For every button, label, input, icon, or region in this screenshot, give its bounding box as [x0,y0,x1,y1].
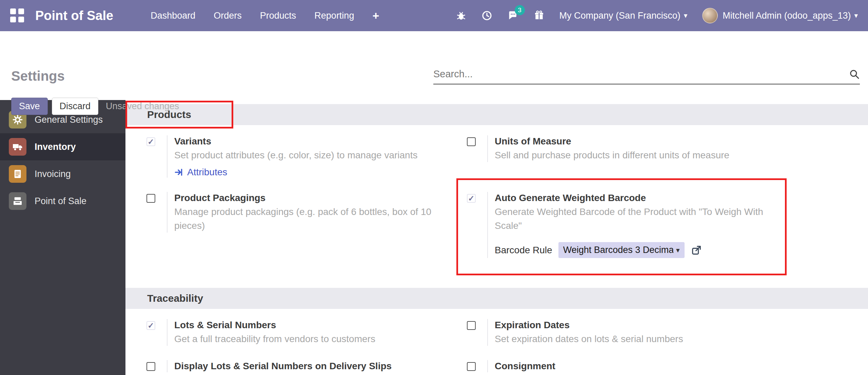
setting-desc: Get a full traceability from vendors to … [174,332,375,346]
setting-body: Product Packagings Manage product packag… [167,192,446,233]
pos-register-icon [9,192,26,210]
setting-label: Auto Generate Weighted Barcode [495,192,766,204]
check-icon: ✓ [468,194,474,203]
discard-button[interactable]: Discard [52,98,99,115]
search-input[interactable] [433,68,849,80]
bug-icon[interactable] [456,10,467,21]
checkbox-lots-serial-numbers[interactable]: ✓ [146,321,155,330]
setting-body: Lots & Serial Numbers Get a full traceab… [167,319,375,346]
sidebar-item-invoicing[interactable]: Invoicing [0,160,125,188]
apps-grid-icon[interactable] [10,8,24,23]
setting-expiration-dates: Expiration Dates Set expiration dates on… [467,319,787,346]
user-menu[interactable]: Mitchell Admin (odoo_apps_13) ▾ [702,8,858,23]
setting-body: Variants Set product attributes (e.g. co… [167,135,417,178]
setting-body: Expiration Dates Set expiration dates on… [487,319,683,346]
check-icon: ✓ [147,321,154,330]
checkbox-units-of-measure[interactable] [467,137,476,146]
setting-display-lots-on-delivery-slips: Display Lots & Serial Numbers on Deliver… [146,360,467,372]
traceability-settings-grid: ✓ Lots & Serial Numbers Get a full trace… [125,309,868,372]
products-settings-grid: ✓ Variants Set product attributes (e.g. … [125,125,868,258]
nav-right: 3 My Company (San Francisco) ▾ Mitchell … [456,8,858,23]
user-name: Mitchell Admin (odoo_apps_13) [723,11,851,21]
nav-item-products[interactable]: Products [260,11,296,21]
setting-label: Variants [174,135,417,147]
setting-desc: Set product attributes (e.g. color, size… [174,148,417,162]
check-icon: ✓ [147,137,154,146]
plus-icon[interactable]: + [372,9,379,22]
section-header-products: Products [125,104,868,125]
sidebar-item-label: Inventory [35,142,76,152]
sidebar-item-label: Point of Sale [35,196,86,206]
settings-sidebar: General Settings Inventory Invoicing [0,100,125,375]
clock-icon[interactable] [481,10,492,21]
company-menu[interactable]: My Company (San Francisco) ▾ [559,11,688,21]
control-panel: Settings Save Discard Unsaved changes [0,31,868,100]
nav-item-reporting[interactable]: Reporting [314,11,354,21]
save-button[interactable]: Save [11,98,48,115]
sidebar-item-point-of-sale[interactable]: Point of Sale [0,188,125,215]
user-avatar [702,8,718,23]
setting-lots-serial-numbers: ✓ Lots & Serial Numbers Get a full trace… [146,319,467,346]
main-area: General Settings Inventory Invoicing [0,100,868,375]
company-name: My Company (San Francisco) [559,11,680,21]
chevron-down-icon: ▾ [676,246,680,254]
sidebar-item-label: Invoicing [35,169,71,179]
unsaved-changes-label: Unsaved changes [106,101,179,112]
setting-label: Display Lots & Serial Numbers on Deliver… [174,360,392,372]
setting-variants: ✓ Variants Set product attributes (e.g. … [146,135,467,178]
nav-item-dashboard[interactable]: Dashboard [151,11,195,21]
gift-icon[interactable] [534,10,545,21]
app-title: Point of Sale [35,8,113,23]
sidebar-item-label: General Settings [35,115,103,125]
setting-consignment: Consignment [467,360,787,372]
setting-product-packagings: Product Packagings Manage product packag… [146,192,467,258]
page-title: Settings [11,68,65,84]
checkbox-consignment[interactable] [467,362,476,371]
internal-link-arrow-icon [174,168,183,177]
section-header-traceability: Traceability [125,288,868,309]
setting-body: Consignment [487,360,555,372]
setting-label: Product Packagings [174,192,446,204]
setting-auto-generate-weighted-barcode: ✓ Auto Generate Weighted Barcode Generat… [467,192,787,258]
search-bar [433,68,860,84]
checkbox-auto-generate-weighted-barcode[interactable]: ✓ [467,194,476,203]
checkbox-display-lots-on-delivery-slips[interactable] [146,362,155,371]
checkbox-expiration-dates[interactable] [467,321,476,330]
setting-body: Auto Generate Weighted Barcode Generate … [487,192,766,258]
setting-desc: Set expiration dates on lots & serial nu… [495,332,683,346]
checkbox-product-packagings[interactable] [146,194,155,203]
setting-desc: Sell and purchase products in different … [495,148,729,162]
invoicing-document-icon [9,165,26,183]
setting-label: Units of Measure [495,135,729,147]
messages-count-badge: 3 [515,5,525,15]
barcode-rule-select[interactable]: Weight Barcodes 3 Decima ▾ [558,242,685,258]
attributes-link[interactable]: Attributes [174,167,417,178]
barcode-rule-label: Barcode Rule [495,245,552,256]
settings-content: Products ✓ Variants Set product attribut… [125,100,868,375]
nav-menu: Dashboard Orders Products Reporting + [151,9,379,22]
barcode-rule-row: Barcode Rule Weight Barcodes 3 Decima ▾ [495,242,766,258]
top-navbar: Point of Sale Dashboard Orders Products … [0,0,868,31]
inventory-truck-icon [9,138,26,156]
setting-units-of-measure: Units of Measure Sell and purchase produ… [467,135,787,178]
setting-label: Consignment [495,360,555,372]
checkbox-variants[interactable]: ✓ [146,137,155,146]
barcode-rule-value: Weight Barcodes 3 Decima [563,245,673,255]
setting-desc: Manage product packagings (e.g. pack of … [174,205,446,233]
chevron-down-icon: ▾ [684,12,688,20]
search-icon[interactable] [849,69,860,80]
chevron-down-icon: ▾ [854,12,858,20]
setting-label: Expiration Dates [495,319,683,331]
button-row: Save Discard Unsaved changes [11,98,179,115]
setting-body: Display Lots & Serial Numbers on Deliver… [167,360,392,372]
setting-label: Lots & Serial Numbers [174,319,375,331]
messages-icon[interactable]: 3 [507,10,519,21]
nav-item-orders[interactable]: Orders [214,11,242,21]
sidebar-item-inventory[interactable]: Inventory [0,133,125,160]
setting-desc: Generate Weighted Barcode of the Product… [495,205,766,233]
attributes-link-label: Attributes [187,167,227,178]
external-link-icon[interactable] [691,244,702,256]
setting-body: Units of Measure Sell and purchase produ… [487,135,729,162]
